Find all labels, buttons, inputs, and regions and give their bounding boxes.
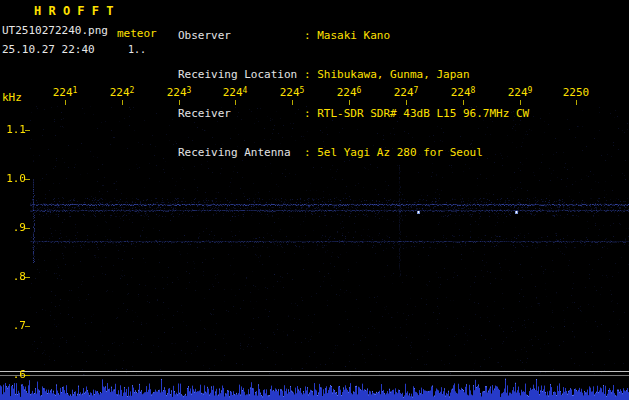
app-title: H R O F F T: [34, 4, 113, 18]
minute-tick: [122, 100, 123, 105]
freq-label: 1.0: [0, 173, 26, 185]
minute-tick: [349, 100, 350, 105]
minute-tick: [576, 100, 577, 105]
time-label: 2249: [502, 86, 538, 99]
time-label-base: 2250: [563, 86, 590, 99]
info-row-observer: Observer: Masaki Kano: [178, 29, 529, 42]
time-label-minute: 6: [357, 86, 362, 95]
time-label-base: 224: [53, 86, 73, 99]
time-label: 2241: [47, 86, 83, 99]
freq-label: .7: [0, 320, 26, 332]
observation-datetime: 25.10.27 22:40: [2, 43, 95, 56]
time-label-minute: 8: [471, 86, 476, 95]
info-value: : Shibukawa, Gunma, Japan: [304, 68, 470, 81]
page-indicator: 1..: [128, 44, 146, 55]
spectrogram-canvas: [30, 106, 629, 376]
time-label: 2245: [274, 86, 310, 99]
freq-label: 1.1: [0, 124, 26, 136]
time-label-base: 224: [223, 86, 243, 99]
level-strip-border-bottom: [0, 375, 629, 376]
y-axis-unit-label: kHz: [2, 91, 22, 104]
time-label-minute: 9: [528, 86, 533, 95]
time-label-minute: 7: [414, 86, 419, 95]
level-strip-border-top: [0, 371, 629, 372]
time-label-minute: 2: [130, 86, 135, 95]
hrofft-screen: H R O F F T UT2510272240.png meteor 25.1…: [0, 0, 629, 400]
minute-tick: [463, 100, 464, 105]
time-label-minute: 1: [73, 86, 78, 95]
time-label: 2248: [445, 86, 481, 99]
freq-label: .9: [0, 222, 26, 234]
freq-label: .6: [0, 369, 26, 381]
info-label: Receiving Location: [178, 68, 304, 81]
info-value: : Masaki Kano: [304, 29, 390, 42]
time-label: 2242: [104, 86, 140, 99]
time-label-minute: 3: [187, 86, 192, 95]
time-label-base: 224: [394, 86, 414, 99]
time-label-base: 224: [337, 86, 357, 99]
minute-tick: [520, 100, 521, 105]
minute-tick: [179, 100, 180, 105]
info-label: Observer: [178, 29, 304, 42]
time-label: 2250: [558, 86, 594, 99]
time-label: 2247: [388, 86, 424, 99]
freq-label: .8: [0, 271, 26, 283]
minute-tick: [65, 100, 66, 105]
time-label: 2246: [331, 86, 367, 99]
time-label-minute: 5: [300, 86, 305, 95]
time-label-base: 224: [110, 86, 130, 99]
info-row-location: Receiving Location: Shibukawa, Gunma, Ja…: [178, 68, 529, 81]
observation-mode-label: meteor: [117, 27, 157, 40]
time-label: 2244: [217, 86, 253, 99]
time-label-base: 224: [451, 86, 471, 99]
minute-tick: [292, 100, 293, 105]
minute-tick: [235, 100, 236, 105]
minute-tick: [406, 100, 407, 105]
signal-level-canvas: [0, 377, 629, 400]
time-label-base: 224: [508, 86, 528, 99]
time-label: 2243: [161, 86, 197, 99]
time-label-minute: 4: [243, 86, 248, 95]
output-filename: UT2510272240.png: [2, 24, 108, 37]
time-label-base: 224: [280, 86, 300, 99]
time-label-base: 224: [167, 86, 187, 99]
